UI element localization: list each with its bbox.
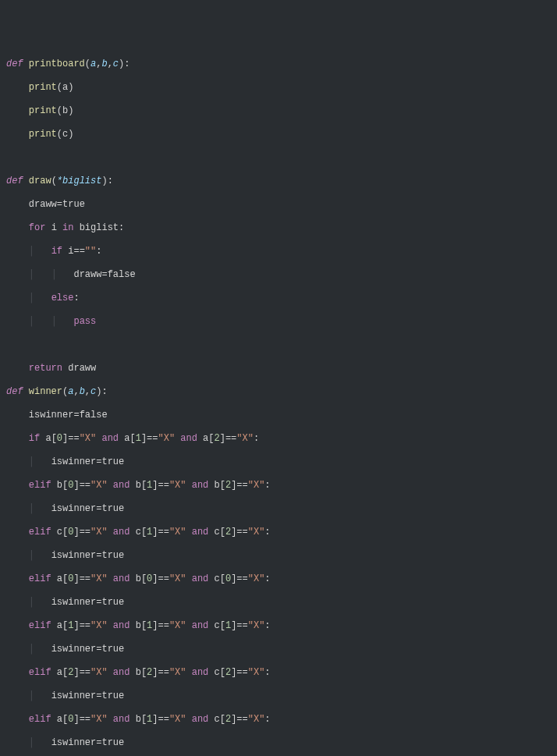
keyword-if: if (51, 246, 62, 257)
string-literal: "X" (248, 480, 265, 491)
variable: iswinner (51, 597, 97, 608)
string-literal: "X" (90, 620, 108, 631)
indent-guide: │ (29, 316, 34, 327)
compare-op: == (80, 527, 90, 538)
string-literal: "X" (169, 667, 186, 678)
comma: , (108, 59, 113, 69)
param: b (80, 386, 85, 397)
variable: true (101, 456, 124, 467)
variable: iswinner (51, 503, 97, 514)
paren: ( (57, 129, 62, 140)
variable: b (136, 573, 141, 584)
keyword-elif: elif (29, 714, 51, 725)
variable: true (101, 503, 124, 514)
comma: , (73, 386, 79, 397)
compare-op: == (80, 620, 90, 631)
variable: c (215, 620, 220, 631)
code-line: for i in biglist: (0, 222, 557, 234)
keyword-in: in (62, 222, 73, 233)
paren: ) (101, 176, 107, 186)
variable: true (101, 644, 124, 655)
indent-guide: │ (29, 737, 34, 748)
code-line: print(a) (0, 82, 557, 94)
colon: : (264, 527, 270, 538)
param-name: biglist (62, 176, 101, 186)
code-line: print(c) (0, 129, 557, 140)
string-literal: "X" (248, 667, 265, 678)
keyword-elif: elif (29, 620, 51, 631)
variable: b (215, 480, 220, 491)
variable: c (215, 714, 220, 725)
keyword-elif: elif (29, 480, 51, 491)
code-line: def printboard(a,b,c): (0, 59, 557, 70)
code-editor[interactable]: def printboard(a,b,c): print(a) print(b)… (0, 47, 557, 756)
compare-op: == (158, 620, 169, 631)
keyword-and: and (192, 667, 209, 678)
code-line: │ iswinner=true (0, 644, 557, 655)
indent-guide: │ (29, 550, 34, 561)
bracket: [ (220, 480, 225, 491)
code-line: │ iswinner=true (0, 597, 557, 609)
indent-guide: │ (29, 503, 34, 514)
bracket: ] (73, 480, 79, 491)
builtin-print: print (29, 105, 57, 116)
variable: b (136, 620, 141, 631)
param: c (113, 59, 119, 69)
bracket: [ (51, 433, 57, 444)
param: b (101, 59, 107, 69)
variable: true (101, 597, 124, 608)
keyword-and: and (113, 714, 130, 725)
keyword-and: and (192, 480, 209, 491)
number-literal: 1 (136, 433, 141, 444)
colon: : (101, 386, 107, 397)
compare-op: == (158, 480, 169, 491)
paren: ( (57, 82, 62, 93)
code-line: draww=true (0, 199, 557, 211)
compare-op: == (80, 667, 90, 678)
code-line: print(b) (0, 105, 557, 117)
variable: iswinner (51, 644, 97, 655)
assign-op: = (73, 410, 79, 421)
keyword-and: and (113, 573, 130, 584)
variable: c (215, 527, 220, 538)
variable: a (57, 620, 62, 631)
string-literal: "X" (169, 620, 186, 631)
bracket: ] (220, 433, 225, 444)
colon: : (254, 433, 259, 444)
variable: iswinner (51, 550, 97, 561)
paren: ( (57, 105, 62, 116)
variable: b (136, 480, 141, 491)
variable: iswinner (51, 737, 97, 748)
keyword-return: return (29, 363, 62, 374)
keyword-and: and (192, 714, 209, 725)
assign-op: = (101, 269, 107, 280)
indent-guide: │ (29, 644, 34, 655)
code-line: │ iswinner=true (0, 503, 557, 515)
bracket: [ (141, 480, 147, 491)
code-line: elif b[0]=="X" and b[1]=="X" and b[2]=="… (0, 480, 557, 492)
builtin-print: print (29, 82, 57, 93)
compare-op: == (80, 714, 90, 725)
variable: true (101, 690, 124, 701)
bracket: [ (208, 433, 214, 444)
keyword-for: for (29, 222, 46, 233)
bracket: ] (73, 527, 79, 538)
indent-guide: │ (51, 316, 57, 327)
colon: : (108, 176, 113, 186)
string-literal: "X" (90, 527, 108, 538)
code-line: return draww (0, 363, 557, 374)
param: *biglist (57, 176, 102, 186)
string-literal: "X" (236, 433, 254, 444)
compare-op: == (225, 433, 236, 444)
keyword-and: and (113, 667, 130, 678)
keyword-and: and (192, 620, 209, 631)
variable: i (51, 222, 57, 233)
blank-line (0, 339, 557, 351)
colon: : (264, 573, 270, 584)
indent-guide: │ (29, 597, 34, 608)
code-line: │ if i=="": (0, 246, 557, 257)
code-line: │ iswinner=true (0, 456, 557, 468)
variable: iswinner (29, 410, 74, 421)
compare-op: == (236, 714, 247, 725)
keyword-and: and (180, 433, 197, 444)
